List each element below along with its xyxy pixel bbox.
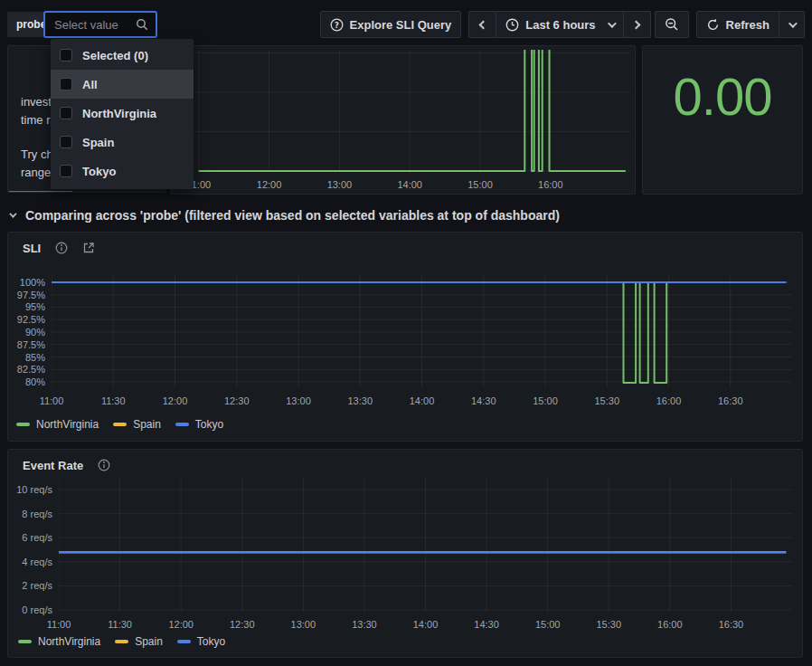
explore-sli-query-button[interactable]: ? Explore SLI Query [320,11,462,38]
x-tick-label: 12:00 [150,395,201,407]
y-tick-label: 6 req/s [13,531,52,544]
checkbox[interactable] [60,78,72,90]
y-tick-label: 4 req/s [13,556,52,568]
x-tick-label: 16:30 [705,395,756,407]
dropdown-option[interactable]: All [51,70,194,99]
sli-chart[interactable]: 100%97.5%95%92.5%90%87.5%85%82.5%80%11:0… [11,275,792,412]
y-tick-label: 0 req/s [13,604,52,616]
dropdown-option[interactable]: Tokyo [51,157,194,186]
dropdown-option-label: All [82,78,98,91]
checkbox[interactable] [60,49,72,62]
info-icon[interactable] [55,242,68,254]
checkbox[interactable] [60,165,72,177]
overview-chart[interactable]: 024611:0012:0013:0014:0015:0016:00 [170,50,630,190]
section-header-row[interactable]: Comparing across 'probe' (filtered view … [9,206,560,224]
dropdown-option-label: Tokyo [82,165,116,178]
refresh-interval-dropdown[interactable] [779,11,805,38]
legend-label: NorthVirginia [36,418,99,431]
variable-options-dropdown: Selected (0)AllNorthVirginiaSpainTokyo [51,39,194,189]
legend-swatch [175,423,189,426]
y-tick-label: 80% [11,376,45,388]
event-rate-panel-title[interactable]: Event Rate [23,459,83,472]
x-tick-label: 15:30 [583,618,634,631]
series-NorthVirginia [52,282,786,383]
legend-swatch [115,640,128,643]
external-link-icon[interactable] [82,242,95,254]
y-tick-label: 85% [11,351,45,364]
refresh-icon [706,18,720,32]
event-rate-chart[interactable]: 10 req/s8 req/s6 req/s4 req/s2 req/s0 re… [13,478,792,635]
info-icon[interactable] [98,459,110,471]
time-range-picker-button[interactable]: Last 6 hours [496,11,623,38]
zoom-out-icon [665,17,679,32]
x-tick-label: 11:00 [33,618,84,631]
dropdown-option[interactable]: Selected (0) [51,41,194,70]
x-tick-label: 13:00 [273,395,324,407]
time-range-forward-button[interactable] [624,11,651,38]
x-tick-label: 12:00 [156,618,206,631]
legend-label: Spain [135,635,163,648]
chart-plot-area[interactable] [59,478,792,612]
toolbar-right: ? Explore SLI Query Last 6 hours Refresh [320,11,805,38]
chart-plot-area[interactable] [192,50,630,172]
dropdown-option[interactable]: Spain [51,128,194,157]
legend-item[interactable]: Tokyo [175,418,223,431]
checkbox[interactable] [60,107,72,119]
legend-label: Tokyo [195,418,223,431]
legend-item[interactable]: Spain [115,635,163,648]
refresh-button[interactable]: Refresh [696,11,779,38]
legend-item[interactable]: Spain [113,418,161,431]
clock-icon [505,18,519,32]
x-tick-label: 11:30 [95,618,146,631]
variable-value-select[interactable]: Select value [43,11,157,38]
dropdown-option[interactable]: NorthVirginia [51,99,194,128]
event-rate-legend: NorthVirginiaSpainTokyo [18,634,225,649]
y-tick-label: 90% [11,326,45,338]
zoom-out-button[interactable] [655,11,689,38]
legend-item[interactable]: NorthVirginia [18,635,100,648]
x-tick-label: 14:00 [384,178,435,191]
x-tick-label: 14:30 [458,395,509,407]
stat-value: 0.00 [643,66,802,127]
sli-panel-title[interactable]: SLI [23,242,41,255]
chevron-left-icon [479,20,488,29]
x-tick-label: 16:00 [644,395,694,407]
x-tick-label: 15:00 [520,395,571,407]
y-tick-label: 87.5% [11,338,45,351]
series-NorthVirginia [199,50,626,171]
time-range-label: Last 6 hours [525,18,595,32]
x-tick-label: 12:00 [244,178,295,191]
x-tick-label: 12:30 [212,395,262,407]
legend-swatch [113,423,127,426]
y-tick-label: 92.5% [11,313,45,326]
panel-text-line: range [21,166,51,179]
y-tick-label: 82.5% [11,363,45,376]
legend-item[interactable]: NorthVirginia [16,418,99,431]
y-tick-label: 95% [11,300,45,313]
checkbox[interactable] [60,136,72,148]
collapse-chevron-icon [9,210,16,217]
sli-legend: NorthVirginiaSpainTokyo [16,417,223,432]
svg-text:?: ? [335,20,339,29]
legend-label: Spain [133,418,161,431]
legend-swatch [16,423,30,426]
variable-label-text: probe [16,18,46,31]
x-tick-label: 14:00 [397,395,448,407]
panel-text-line: investi [21,95,54,109]
x-tick-label: 16:00 [525,178,576,191]
dropdown-option-label: Selected (0) [82,49,148,62]
chevron-down-icon [788,19,798,28]
time-range-back-button[interactable] [468,11,496,38]
x-tick-label: 16:30 [705,618,756,631]
chart-plot-area[interactable] [52,275,792,388]
dropdown-option-label: NorthVirginia [82,107,156,120]
y-tick-label: 8 req/s [13,508,52,520]
x-tick-label: 13:30 [339,618,390,631]
x-tick-label: 11:00 [26,395,77,407]
x-tick-label: 13:00 [314,178,364,191]
create-button[interactable]: Create [8,191,73,193]
x-tick-label: 15:30 [581,395,632,407]
legend-item[interactable]: Tokyo [177,635,225,648]
x-tick-label: 14:00 [401,618,451,631]
y-tick-label: 100% [11,276,45,289]
